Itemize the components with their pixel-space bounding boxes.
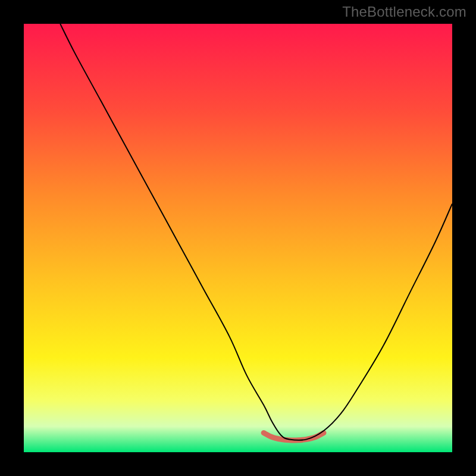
chart-stage: TheBottleneck.com — [0, 0, 476, 476]
watermark-text: TheBottleneck.com — [342, 4, 466, 20]
bottleneck-chart — [0, 0, 476, 476]
gradient-background — [24, 24, 452, 452]
